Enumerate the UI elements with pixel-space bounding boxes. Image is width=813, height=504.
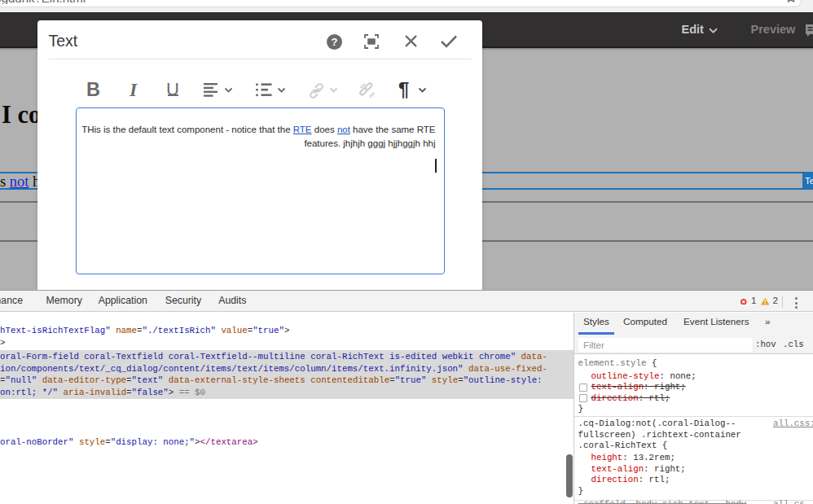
- svg-text:?: ?: [332, 36, 338, 48]
